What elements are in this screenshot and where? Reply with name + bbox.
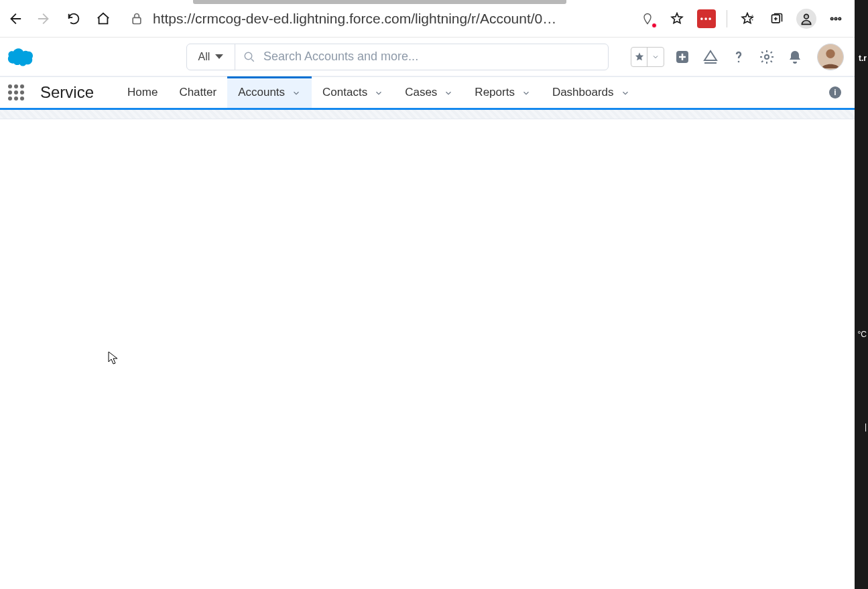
chevron-down-icon[interactable] [374, 88, 383, 97]
edge-text-1: t.r [859, 54, 867, 63]
nav-bar: Service HomeChatterAccountsContactsCases… [0, 76, 855, 110]
user-avatar[interactable] [817, 44, 844, 70]
tab-reports[interactable]: Reports [464, 77, 542, 108]
setup-button[interactable] [757, 47, 777, 67]
app-header: All [0, 38, 855, 76]
search-scope-dropdown[interactable]: All [187, 44, 235, 70]
toolbar-divider [727, 10, 727, 27]
chevron-down-icon[interactable] [621, 88, 630, 97]
caret-down-icon [647, 48, 664, 66]
page-header-strip [0, 110, 855, 119]
address-bar[interactable]: https://crmcog-dev-ed.lightning.force.co… [122, 7, 629, 31]
page-content [0, 119, 855, 589]
app-launcher-button[interactable] [7, 83, 25, 102]
home-button[interactable] [90, 5, 117, 32]
tab-accounts[interactable]: Accounts [227, 77, 312, 108]
global-search: All [186, 44, 609, 70]
collections-button[interactable] [763, 5, 790, 32]
tab-label: Accounts [238, 86, 285, 99]
guidance-center-button[interactable] [700, 47, 721, 67]
nav-tabs: HomeChatterAccountsContactsCasesReportsD… [117, 77, 641, 108]
svg-point-2 [804, 14, 809, 19]
svg-point-11 [826, 49, 834, 58]
tab-contacts[interactable]: Contacts [312, 77, 394, 108]
notification-dot-icon [652, 23, 657, 28]
chevron-down-icon[interactable] [292, 88, 301, 97]
header-actions [631, 44, 844, 70]
caret-down-icon [215, 54, 223, 59]
edge-text-3: | [865, 422, 867, 432]
search-scope-label: All [198, 51, 210, 63]
info-badge[interactable]: i [829, 86, 841, 99]
tab-label: Chatter [179, 86, 216, 99]
edge-text-2: °C [858, 330, 867, 339]
tab-strip-shadow [193, 0, 566, 4]
svg-point-5 [839, 17, 841, 19]
search-input-wrap [235, 50, 608, 64]
help-button[interactable] [729, 47, 749, 67]
svg-point-9 [765, 55, 769, 59]
refresh-button[interactable] [60, 5, 87, 32]
more-button[interactable] [822, 5, 849, 32]
salesforce-logo[interactable] [4, 47, 34, 67]
secondary-monitor-edge: t.r °C | [855, 0, 868, 589]
svg-point-6 [245, 52, 252, 60]
chevron-down-icon[interactable] [521, 88, 531, 97]
profile-avatar-icon [796, 9, 816, 29]
back-button[interactable] [1, 5, 28, 32]
tab-home[interactable]: Home [117, 77, 168, 108]
tab-label: Cases [405, 86, 437, 99]
svg-point-8 [738, 60, 740, 62]
cursor-icon [108, 351, 119, 365]
tab-label: Contacts [322, 86, 367, 99]
extension-lastpass[interactable]: ••• [693, 5, 720, 32]
tab-chatter[interactable]: Chatter [168, 77, 227, 108]
notifications-button[interactable] [785, 47, 805, 67]
lock-icon [130, 12, 143, 25]
tab-label: Dashboards [552, 86, 614, 99]
profile-button[interactable] [793, 5, 820, 32]
tab-label: Reports [475, 86, 515, 99]
app-name: Service [40, 83, 94, 102]
global-actions-button[interactable] [672, 47, 692, 67]
tab-dashboards[interactable]: Dashboards [542, 77, 641, 108]
browser-toolbar: https://crmcog-dev-ed.lightning.force.co… [0, 0, 855, 38]
forward-button[interactable] [31, 5, 58, 32]
search-input[interactable] [263, 50, 600, 64]
add-favorite-button[interactable] [664, 5, 690, 32]
chevron-down-icon[interactable] [444, 88, 453, 97]
favorites-button[interactable] [734, 5, 761, 32]
svg-point-3 [831, 17, 833, 19]
tab-cases[interactable]: Cases [394, 77, 464, 108]
svg-rect-0 [133, 17, 141, 23]
favorites-split-button[interactable] [631, 47, 664, 67]
tracking-prevention-button[interactable] [634, 5, 661, 32]
svg-point-4 [834, 17, 836, 19]
tab-label: Home [127, 86, 158, 99]
star-icon [631, 48, 647, 66]
url-text: https://crmcog-dev-ed.lightning.force.co… [153, 11, 556, 27]
extension-icon: ••• [697, 9, 716, 28]
search-icon [243, 51, 255, 63]
